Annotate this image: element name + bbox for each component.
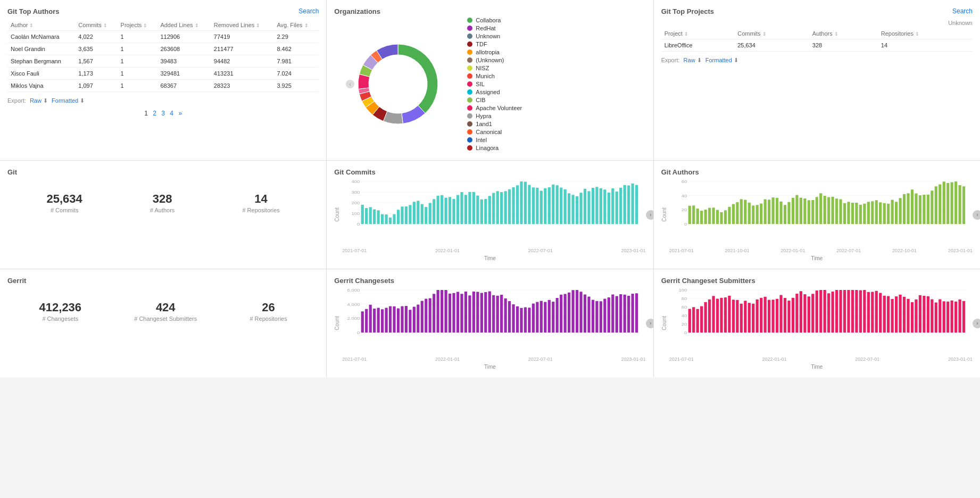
svg-rect-171 — [369, 305, 372, 333]
svg-text:4,000: 4,000 — [347, 302, 360, 306]
svg-rect-117 — [791, 198, 794, 224]
svg-rect-34 — [445, 197, 447, 224]
svg-rect-31 — [433, 199, 435, 224]
git-commits-panel: Git Commits Count 4003002001000 2021-07-… — [327, 161, 653, 269]
svg-rect-298 — [875, 291, 877, 333]
legend-item: Collabora — [467, 17, 522, 23]
legend-item: Linagora — [467, 145, 522, 151]
git-commits-x-label: Time — [334, 255, 645, 261]
svg-rect-310 — [923, 296, 925, 333]
authors-raw-link[interactable]: Raw — [30, 97, 41, 104]
svg-rect-118 — [795, 195, 798, 224]
svg-rect-75 — [608, 193, 610, 224]
git-top-authors-search[interactable]: Search — [298, 7, 319, 15]
svg-rect-102 — [732, 204, 734, 224]
svg-rect-254 — [700, 306, 703, 333]
svg-rect-253 — [696, 309, 699, 333]
svg-rect-123 — [815, 197, 818, 224]
svg-rect-292 — [851, 290, 854, 333]
svg-rect-261 — [728, 296, 730, 333]
col-author[interactable]: Author ⇕ — [7, 20, 75, 31]
svg-rect-206 — [508, 301, 511, 333]
svg-rect-59 — [544, 188, 547, 224]
git-authors-y-label: Count — [661, 208, 667, 222]
svg-rect-316 — [946, 302, 949, 333]
proj-col-repos[interactable]: Repositories ⇕ — [878, 28, 973, 39]
col-commits[interactable]: Commits ⇕ — [75, 20, 117, 31]
svg-rect-229 — [600, 301, 602, 333]
svg-rect-182 — [413, 306, 416, 333]
proj-col-project[interactable]: Project ⇕ — [661, 28, 735, 39]
legend-item: CIB — [467, 97, 522, 103]
gerrit-stats-panel: Gerrit 412,236# Changesets424# Changeset… — [0, 269, 326, 377]
stat-number: 25,634 — [47, 192, 82, 206]
svg-rect-42 — [477, 196, 479, 224]
authors-formatted-link[interactable]: Formatted — [52, 97, 78, 104]
svg-rect-114 — [779, 202, 782, 224]
svg-rect-133 — [855, 203, 858, 224]
svg-rect-16 — [373, 209, 376, 224]
stat-item: 14# Repositories — [242, 192, 279, 213]
svg-rect-129 — [839, 199, 842, 224]
page-4[interactable]: 4 — [170, 110, 173, 117]
git-top-authors-panel: Git Top Authors Search Author ⇕ Commits … — [0, 0, 326, 160]
svg-rect-57 — [536, 188, 539, 224]
svg-rect-177 — [393, 306, 396, 333]
gerrit-stats-row: 412,236# Changesets424# Changeset Submit… — [7, 285, 319, 327]
organizations-title: Organizations — [334, 7, 380, 15]
svg-rect-38 — [461, 192, 463, 224]
donut-chart: ‹ — [345, 31, 462, 148]
svg-rect-256 — [708, 300, 711, 333]
svg-rect-191 — [449, 294, 451, 333]
page-3[interactable]: 3 — [161, 110, 165, 117]
gerrit-changesets-nav[interactable]: › — [646, 319, 653, 328]
svg-rect-234 — [619, 294, 622, 333]
col-added-lines[interactable]: Added Lines ⇕ — [157, 20, 210, 31]
stat-number: 26 — [250, 301, 287, 314]
proj-col-commits[interactable]: Commits ⇕ — [734, 28, 809, 39]
col-projects[interactable]: Projects ⇕ — [118, 20, 157, 31]
svg-rect-58 — [540, 190, 543, 224]
legend-item: Munich — [467, 73, 522, 79]
page-next[interactable]: » — [178, 110, 182, 117]
svg-rect-30 — [429, 203, 431, 224]
git-top-projects-panel: Git Top Projects Search Unknown Project … — [654, 0, 980, 160]
svg-rect-140 — [883, 203, 885, 224]
col-avg-files[interactable]: Avg. Files ⇕ — [273, 20, 319, 31]
gerrit-submitters-panel: Gerrit Changeset Submitters Count 100806… — [654, 269, 980, 377]
svg-rect-287 — [831, 292, 834, 333]
svg-rect-53 — [520, 181, 523, 224]
git-top-projects-search[interactable]: Search — [952, 7, 973, 15]
gerrit-submitters-nav[interactable]: › — [973, 319, 980, 328]
svg-rect-131 — [847, 202, 850, 224]
git-authors-nav[interactable]: › — [973, 210, 980, 220]
table-row: LibreOffice25,63432814 — [661, 39, 973, 52]
svg-rect-125 — [823, 196, 826, 224]
svg-rect-136 — [867, 202, 869, 224]
svg-rect-187 — [433, 294, 435, 333]
projects-formatted-link[interactable]: Formatted — [705, 57, 732, 63]
projects-raw-link[interactable]: Raw — [684, 57, 695, 63]
legend-item: Apache Volunteer — [467, 105, 522, 111]
gerrit-title: Gerrit — [7, 277, 26, 285]
svg-rect-232 — [611, 294, 614, 333]
page-1[interactable]: 1 — [144, 110, 148, 117]
git-commits-nav[interactable]: › — [646, 210, 653, 220]
svg-rect-297 — [871, 292, 874, 333]
col-removed-lines[interactable]: Removed Lines ⇕ — [211, 20, 274, 31]
page-2[interactable]: 2 — [153, 110, 156, 117]
svg-rect-72 — [596, 187, 599, 224]
svg-rect-27 — [417, 201, 420, 224]
svg-rect-212 — [532, 303, 535, 333]
svg-rect-291 — [847, 290, 850, 333]
proj-col-authors[interactable]: Authors ⇕ — [809, 28, 878, 39]
svg-rect-152 — [931, 190, 933, 224]
svg-rect-169 — [361, 311, 364, 333]
svg-rect-111 — [768, 200, 770, 224]
svg-rect-56 — [532, 187, 535, 224]
svg-rect-198 — [477, 292, 479, 333]
svg-rect-223 — [576, 290, 578, 333]
svg-rect-193 — [456, 292, 459, 333]
svg-rect-293 — [855, 290, 858, 333]
svg-rect-73 — [600, 188, 602, 224]
